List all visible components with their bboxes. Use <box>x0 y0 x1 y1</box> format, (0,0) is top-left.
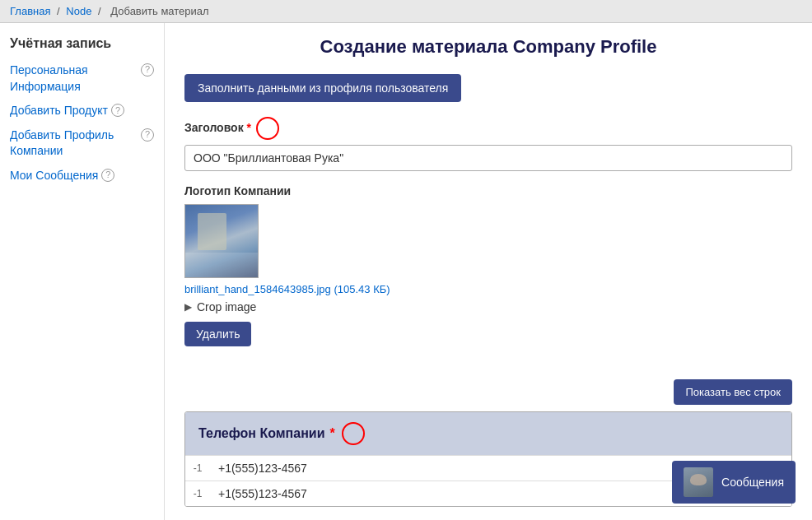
page-layout: Учётная запись Персональная Информация ?… <box>0 23 812 520</box>
title-input[interactable] <box>184 145 792 171</box>
breadcrumb-home[interactable]: Главная <box>10 5 50 17</box>
help-icon-add-product[interactable]: ? <box>111 104 124 117</box>
sidebar-item-my-messages-label: Мои Сообщения <box>10 168 98 184</box>
required-circle-title <box>256 117 279 140</box>
phone-row-2-num: -1 <box>185 481 210 506</box>
sidebar: Учётная запись Персональная Информация ?… <box>0 23 165 520</box>
phone-required-star: * <box>329 426 334 441</box>
fill-from-profile-button[interactable]: Заполнить данными из профиля пользовател… <box>184 74 461 102</box>
crop-image-row[interactable]: ▶ Crop image <box>184 300 792 313</box>
breadcrumb: Главная / Node / Добавить материал <box>0 0 812 23</box>
sidebar-item-add-product[interactable]: Добавить Продукт ? <box>10 103 154 119</box>
crop-arrow-icon: ▶ <box>184 301 192 313</box>
show-rows-button[interactable]: Показать вес строк <box>674 379 792 405</box>
help-icon-my-messages[interactable]: ? <box>101 169 114 182</box>
messages-avatar <box>684 467 713 497</box>
file-name: brilliant_hand_1584643985.jpg <box>184 283 331 295</box>
breadcrumb-current: Добавить материал <box>110 5 208 17</box>
sidebar-item-add-company-profile[interactable]: Добавить Профиль Компании ? <box>10 128 154 160</box>
phone-section-header: Телефон Компании * <box>185 412 791 455</box>
sidebar-title: Учётная запись <box>10 36 154 51</box>
messages-label: Сообщения <box>721 476 784 489</box>
phone-section-title: Телефон Компании <box>198 426 324 441</box>
logo-section: Логотип Компании brilliant_hand_15846439… <box>184 184 792 366</box>
title-label: Заголовок * <box>184 117 792 140</box>
delete-button[interactable]: Удалить <box>184 322 251 346</box>
sidebar-item-personal-info-label: Персональная Информация <box>10 63 138 95</box>
logo-label: Логотип Компании <box>184 184 792 197</box>
file-link[interactable]: brilliant_hand_1584643985.jpg (105.43 КБ… <box>184 283 792 295</box>
sidebar-item-my-messages[interactable]: Мои Сообщения ? <box>10 168 154 184</box>
logo-image-box <box>184 204 259 278</box>
main-content: Создание материала Company Profile Запол… <box>165 23 812 520</box>
required-circle-phone <box>342 422 365 445</box>
file-size: (105.43 КБ) <box>334 283 390 295</box>
sidebar-item-add-product-label: Добавить Продукт <box>10 103 108 119</box>
phone-row-1-num: -1 <box>185 456 210 481</box>
sidebar-item-personal-info[interactable]: Персональная Информация ? <box>10 63 154 95</box>
help-icon-personal-info[interactable]: ? <box>141 63 154 77</box>
breadcrumb-sep1: / <box>57 5 60 17</box>
avatar-face <box>684 467 713 497</box>
page-title: Создание материала Company Profile <box>184 36 792 58</box>
messages-widget[interactable]: Сообщения <box>672 461 796 504</box>
help-icon-add-company-profile[interactable]: ? <box>141 128 154 142</box>
logo-image <box>185 205 258 277</box>
breadcrumb-sep2: / <box>98 5 101 17</box>
crop-label: Crop image <box>197 300 256 313</box>
breadcrumb-node[interactable]: Node <box>66 5 91 17</box>
sidebar-item-add-company-profile-label: Добавить Профиль Компании <box>10 128 138 160</box>
